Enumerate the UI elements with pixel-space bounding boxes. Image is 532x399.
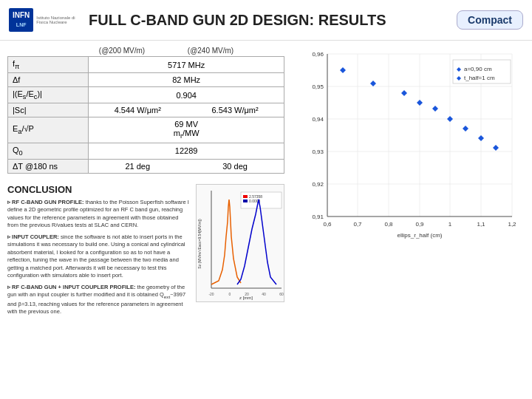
bottom-chart: Sz (MV/m/√Eacc=9.54[MV/m]) z [mm] -20 0 … [196, 184, 284, 302]
header: INFN LNF Istituto Nazionale di Fisica Nu… [0, 0, 532, 41]
svg-text:40: 40 [262, 292, 266, 296]
page-title: FULL C-BAND GUN 2D DESIGN: RESULTS [89, 12, 449, 29]
para-label-2: ▹ INPUT COUPLER: [7, 233, 61, 240]
svg-text:0,91: 0,91 [312, 214, 324, 220]
para-label-1: ▹ RF C-BAND GUN PROFILE: [7, 199, 86, 205]
logo-area: INFN LNF Istituto Nazionale di Fisica Nu… [9, 5, 75, 35]
results-table-section: (@200 MV/m) (@240 MV/m) fπ 5717 MHz Δf 8… [7, 47, 284, 174]
conclusion-text: CONCLUSION ▹ RF C-BAND GUN PROFILE: than… [7, 184, 190, 393]
row-label: ΔT @180 ns [8, 159, 89, 173]
row-label: Q0 [8, 143, 89, 159]
svg-text:60: 60 [279, 292, 284, 296]
svg-text:t_half=1 cm: t_half=1 cm [464, 75, 495, 81]
scatter-svg: 0,96 0,95 0,94 0,93 0,92 0,91 0,6 0,7 0,… [298, 47, 527, 242]
svg-text:a=0,90 cm: a=0,90 cm [464, 66, 492, 72]
scatter-point [370, 81, 376, 86]
svg-text:1: 1 [449, 221, 452, 228]
right-panel: 0,96 0,95 0,94 0,93 0,92 0,91 0,6 0,7 0,… [292, 41, 532, 399]
conclusion-para-2: ▹ INPUT COUPLER: since the software is n… [7, 233, 190, 280]
row-value-right: 6.543 W/μm² [186, 103, 284, 117]
col-header-1: (@200 MV/m) [78, 47, 166, 55]
results-table: fπ 5717 MHz Δf 82 MHz |(Es/Ec)| 0.904 |S… [7, 56, 284, 174]
row-label: |(Es/Ec)| [8, 87, 89, 103]
para-label-3: ▹ RF C-BAND GUN + INPUT COUPLER PROFILE: [7, 284, 137, 290]
conclusion-section: CONCLUSION ▹ RF C-BAND GUN PROFILE: than… [7, 184, 284, 393]
svg-text:0,94: 0,94 [312, 116, 324, 123]
left-panel: (@200 MV/m) (@240 MV/m) fπ 5717 MHz Δf 8… [0, 41, 292, 399]
table-row: Ea/√P 69 MVmr/MW [8, 117, 284, 143]
svg-text:0,96: 0,96 [312, 51, 324, 58]
svg-text:1,2: 1,2 [508, 221, 516, 228]
svg-text:0,93: 0,93 [312, 149, 324, 155]
row-value-left: 21 deg [89, 159, 186, 173]
scatter-chart: 0,96 0,95 0,94 0,93 0,92 0,91 0,6 0,7 0,… [298, 47, 529, 239]
svg-rect-12 [243, 200, 248, 202]
row-value: 82 MHz [89, 73, 284, 87]
row-label: |Sc| [8, 103, 89, 117]
svg-text:20: 20 [245, 292, 249, 296]
infn-logo: INFN LNF [9, 8, 33, 31]
row-value: 0.904 [89, 87, 284, 103]
scatter-point [493, 145, 499, 151]
conclusion-para-3: ▹ RF C-BAND GUN + INPUT COUPLER PROFILE:… [7, 284, 190, 316]
table-row: |Sc| 4.544 W/μm² 6.543 W/μm² [8, 103, 284, 117]
svg-text:-20: -20 [208, 292, 214, 296]
scatter-point [432, 106, 438, 112]
row-value-right: 30 deg [186, 159, 284, 173]
table-row: |(Es/Ec)| 0.904 [8, 87, 284, 103]
svg-text:ellips_r_half (cm): ellips_r_half (cm) [398, 232, 443, 239]
table-row: Δf 82 MHz [8, 73, 284, 87]
row-value-left: 4.544 W/μm² [89, 103, 186, 117]
svg-text:0,92: 0,92 [312, 181, 324, 188]
svg-text:0,7: 0,7 [353, 221, 362, 228]
scatter-point [417, 100, 423, 106]
conclusion-para-1: ▹ RF C-BAND GUN PROFILE: thanks to the P… [7, 199, 190, 230]
scatter-point [463, 126, 468, 132]
row-value: 69 MVmr/MW [89, 117, 284, 143]
compact-badge: Compact [457, 10, 523, 30]
svg-text:0: 0 [229, 292, 231, 296]
svg-text:0,95: 0,95 [312, 83, 324, 90]
row-value: 5717 MHz [89, 57, 284, 73]
bottom-chart-svg: Sz (MV/m/√Eacc=9.54[MV/m]) z [mm] -20 0 … [197, 185, 284, 302]
table-row: Q0 12289 [8, 143, 284, 159]
svg-text:0,8: 0,8 [384, 221, 393, 228]
scatter-point [401, 90, 407, 96]
svg-text:0,9: 0,9 [415, 221, 424, 228]
svg-text:1,1: 1,1 [477, 221, 485, 228]
svg-rect-10 [243, 195, 248, 198]
main-content: (@200 MV/m) (@240 MV/m) fπ 5717 MHz Δf 8… [0, 41, 532, 399]
svg-text:0,6: 0,6 [323, 221, 332, 228]
row-label: fπ [8, 57, 89, 73]
col-headers: (@200 MV/m) (@240 MV/m) [78, 47, 284, 55]
row-value: 12289 [89, 143, 284, 159]
row-label: Δf [8, 73, 89, 87]
row-label: Ea/√P [8, 117, 89, 143]
table-row: fπ 5717 MHz [8, 57, 284, 73]
table-row: ΔT @180 ns 21 deg 30 deg [8, 159, 284, 173]
col-header-2: (@240 MV/m) [166, 47, 255, 55]
scatter-point [447, 116, 453, 122]
scatter-point [340, 67, 346, 73]
scatter-point [478, 135, 484, 141]
logo-subtitle: Istituto Nazionale di Fisica Nucleare [36, 16, 75, 24]
svg-text:Sz (MV/m/√Eacc=9.54[MV/m]): Sz (MV/m/√Eacc=9.54[MV/m]) [197, 219, 202, 269]
conclusion-title: CONCLUSION [7, 184, 190, 195]
